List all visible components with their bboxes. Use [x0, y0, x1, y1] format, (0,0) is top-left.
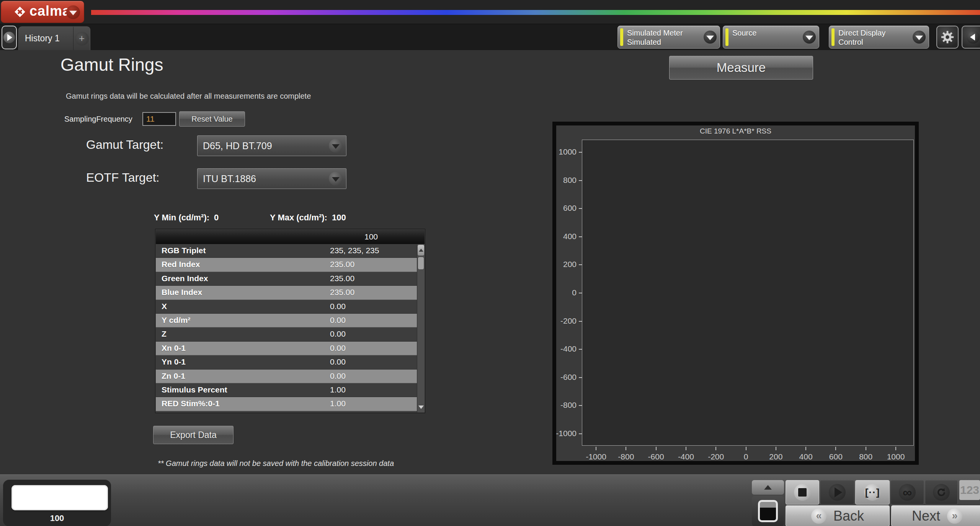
measurement-table-body: RGB Triplet235, 235, 235Red Index235.00G… [156, 244, 417, 412]
y-tick-label: 800 [553, 176, 577, 185]
top-header-bar: calman [0, 0, 980, 24]
row-label: Y cd/m² [162, 316, 190, 325]
table-scrollbar[interactable] [417, 244, 425, 412]
display-control-dropdown[interactable]: Direct Display Control [829, 26, 929, 49]
gear-icon [940, 30, 955, 44]
x-tick-mark [835, 447, 836, 450]
chevron-down-icon [803, 31, 816, 44]
table-row[interactable]: Green Index235.00 [156, 272, 417, 286]
chart-plot-area[interactable]: 10008006004002000-200-400-600-800-1000 -… [582, 140, 914, 446]
table-row[interactable]: Y cd/m²0.00 [156, 314, 417, 327]
x-tick-label: -400 [678, 452, 694, 461]
patch-level-label: 100 [3, 513, 111, 523]
scrollbar-thumb[interactable] [418, 257, 424, 269]
row-value: 235.00 [330, 260, 354, 269]
measurement-table: 100 RGB Triplet235, 235, 235Red Index235… [155, 229, 425, 413]
y-tick-label: 0 [553, 288, 577, 297]
measure-button[interactable]: Measure [669, 56, 813, 80]
x-tick-label: -1000 [586, 452, 606, 461]
row-value: 0.00 [330, 329, 346, 339]
y-axis: 10008006004002000-200-400-600-800-1000 [552, 140, 582, 446]
stop-icon [794, 484, 811, 501]
stop-button[interactable] [786, 480, 819, 505]
meter-dropdown-line2: Simulated [627, 37, 700, 47]
play-button[interactable] [820, 480, 854, 505]
chevron-double-left-icon: « [811, 508, 826, 524]
patch-window-button[interactable] [752, 496, 784, 526]
refresh-button[interactable] [925, 480, 958, 505]
single-sequence-button[interactable]: [··] [855, 480, 890, 505]
table-row[interactable]: RED Stim%:0-11.00 [156, 397, 417, 411]
x-tick-label: 600 [829, 452, 843, 461]
export-data-button[interactable]: Export Data [153, 426, 234, 444]
column-header-100: 100 [324, 230, 418, 244]
row-value: 0.00 [330, 344, 346, 353]
table-row[interactable]: X0.00 [156, 300, 417, 314]
tab-history-1[interactable]: History 1 + [18, 26, 90, 50]
y-max-value: 100 [332, 213, 346, 222]
back-button[interactable]: « Back [786, 505, 890, 526]
x-tick-label: 1000 [887, 452, 905, 461]
settings-button[interactable] [936, 26, 959, 49]
row-value: 0.00 [330, 371, 346, 381]
table-row[interactable]: Blue Index235.00 [156, 286, 417, 300]
table-row[interactable]: RGB Triplet235, 235, 235 [156, 244, 417, 258]
chevron-down-icon [329, 139, 343, 153]
eotf-target-label: EOTF Target: [86, 171, 159, 185]
row-label: RGB Triplet [162, 246, 206, 255]
x-tick-mark [656, 447, 657, 450]
table-row[interactable]: Z0.00 [156, 327, 417, 341]
row-value: 235, 235, 235 [330, 246, 379, 255]
x-tick-label: 0 [744, 452, 748, 461]
tab-scroll-left-button[interactable] [2, 26, 17, 49]
patch-window-icon [758, 500, 778, 522]
sampling-frequency-input[interactable] [142, 112, 176, 126]
counter-badge: 123 [959, 480, 980, 500]
rainbow-spectrum-strip [91, 10, 980, 15]
source-status-bar [725, 28, 728, 46]
row-label: Red Index [162, 260, 200, 269]
chevron-down-icon [69, 11, 77, 15]
row-value: 0.00 [330, 357, 346, 366]
row-label: Yn 0-1 [162, 357, 186, 366]
scroll-up-button[interactable] [418, 245, 424, 256]
next-button[interactable]: Next » [891, 505, 980, 526]
row-label: X [162, 302, 167, 311]
y-tick-mark [579, 236, 582, 237]
table-row[interactable]: Yn 0-10.00 [156, 355, 417, 369]
y-tick-mark [579, 321, 582, 322]
gamut-target-dropdown[interactable]: D65, HD BT.709 [197, 135, 346, 156]
loop-continuous-button[interactable]: ∞ [890, 480, 924, 505]
eotf-target-dropdown[interactable]: ITU BT.1886 [197, 168, 346, 189]
chevron-down-icon [913, 31, 926, 44]
meter-dropdown[interactable]: Simulated Meter Simulated [617, 26, 720, 49]
table-row[interactable]: Stimulus Percent1.00 [156, 383, 417, 397]
row-value: 0.00 [330, 316, 346, 325]
table-row[interactable]: Red Index235.00 [156, 258, 417, 272]
row-label: Zn 0-1 [162, 371, 185, 381]
y-tick-label: -400 [553, 344, 577, 353]
y-tick-label: -600 [553, 373, 577, 382]
test-patch-preview[interactable] [11, 485, 108, 510]
gamut-target-label: Gamut Target: [86, 138, 163, 152]
x-tick-label: -200 [708, 452, 724, 461]
table-row[interactable]: Xn 0-10.00 [156, 342, 417, 355]
x-tick-label: 400 [799, 452, 813, 461]
expand-up-button[interactable] [752, 480, 784, 495]
triangle-up-icon [419, 249, 423, 252]
calman-menu-button[interactable]: calman [1, 1, 84, 23]
x-tick-mark [895, 447, 896, 450]
scroll-down-button[interactable] [418, 402, 424, 412]
add-tab-button[interactable]: + [73, 27, 90, 50]
table-row[interactable] [156, 411, 417, 412]
reset-value-button[interactable]: Reset Value [179, 111, 245, 127]
page-title: Gamut Rings [60, 54, 163, 75]
calman-menu-dropdown[interactable] [66, 5, 80, 19]
row-value: 0.00 [330, 302, 346, 311]
table-row[interactable]: Zn 0-10.00 [156, 370, 417, 383]
collapse-panel-button[interactable] [962, 26, 980, 49]
display-status-bar [831, 28, 835, 46]
next-button-label: Next [912, 508, 940, 524]
chart-title: CIE 1976 L*A*B* RSS [556, 127, 915, 135]
source-dropdown[interactable]: Source [723, 26, 819, 49]
